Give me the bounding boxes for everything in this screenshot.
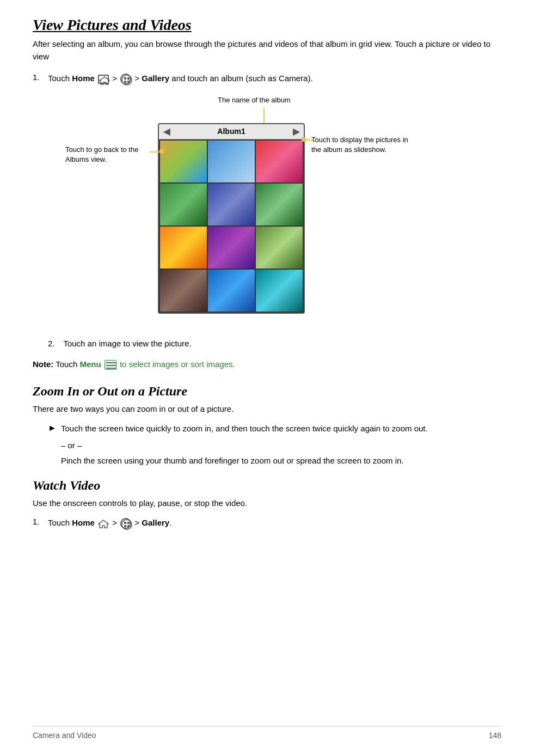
watch-step-number-1: 1. [33,517,48,526]
footer-left: Camera and Video [33,731,96,740]
pinch-text: Pinch the screen using your thumb and fo… [61,455,501,467]
photo-cell-3 [160,184,207,225]
or-text: – or – [61,440,501,452]
go-back-dot [159,149,164,154]
home-label-1: Home [72,74,95,83]
svg-rect-14 [127,525,130,527]
album-header: ◀ Album1 ▶ [159,124,304,139]
intro-text: After selecting an album, you can browse… [33,38,501,63]
home-icon-1 [98,75,109,84]
grid-icon-2 [120,518,131,529]
watch-step-1-content: Touch Home > [48,517,501,529]
watch-step1-end: . [169,518,171,527]
step-number-1: 1. [33,72,48,82]
svg-rect-12 [127,522,130,524]
album-title: Album1 [217,127,245,136]
bullet-arrow-1: ► [48,423,61,433]
zoom-intro: There are two ways you can zoom in or ou… [33,403,501,416]
photo-cell-1 [208,141,255,182]
watch-section: Watch Video Use the onscreen controls to… [33,478,501,529]
svg-marker-9 [99,520,108,528]
footer-right: 148 [489,731,501,740]
photo-cell-6 [160,227,207,269]
home-icon-2 [98,519,109,528]
svg-rect-13 [124,525,126,527]
page-title: View Pictures and Videos [33,16,501,34]
svg-rect-11 [124,522,126,524]
zoom-bullet-list: ► Touch the screen twice quickly to zoom… [33,423,501,435]
note-prefix: Touch [56,359,79,369]
note-menu-label: Menu [79,359,101,369]
step2-number: 2. [48,339,55,348]
watch-intro: Use the onscreen controls to play, pause… [33,497,501,510]
svg-rect-3 [127,77,130,80]
step1-gt1: > [112,74,119,83]
go-back-line [150,151,161,153]
note-area: Note: Touch Menu to select images or sor… [33,358,501,371]
label-album-name: The name of the album [218,96,291,104]
photo-cell-7 [208,227,255,269]
watch-home-label: Home [72,518,95,527]
photo-cell-11 [256,270,303,312]
svg-rect-4 [124,81,126,83]
album-play-icon: ▶ [293,126,299,137]
grid-icon-1 [120,74,131,84]
note-label: Note: [33,359,53,369]
photo-cell-4 [208,184,255,225]
svg-point-1 [122,75,132,85]
watch-section-title: Watch Video [33,478,501,493]
photo-cell-10 [208,270,255,312]
svg-rect-7 [106,365,116,366]
album-photo-grid [159,139,304,313]
step1-prefix: Touch [48,74,72,83]
display-line [305,139,313,141]
svg-marker-0 [100,77,109,84]
album-screenshot: ◀ Album1 ▶ [158,123,305,314]
watch-step-1: 1. Touch Home > [33,517,501,529]
photo-cell-8 [256,227,303,269]
photo-cell-9 [160,270,207,312]
photo-cell-0 [160,141,207,182]
callout-display: Touch to display the pictures in the alb… [311,135,409,155]
photo-cell-5 [256,184,303,225]
diagram-area: The name of the album ◀ Album1 ▶ Touch t… [60,96,501,325]
note-suffix: to select images or sort images. [120,359,235,369]
menu-icon [105,360,116,370]
gallery-label-1: Gallery [142,74,169,83]
svg-rect-6 [106,362,116,363]
album-back-arrow: ◀ [163,126,170,137]
step2-text: Touch an image to view the picture. [63,339,191,348]
svg-rect-8 [106,368,116,369]
step1-gt2: > [134,74,142,83]
photo-cell-2 [256,141,303,182]
svg-rect-2 [124,77,126,80]
watch-gallery-label: Gallery [142,518,169,527]
display-dot [302,137,306,142]
step-1-content: Touch Home > > Gallery and touch an albu… [48,72,501,85]
step1-end: and touch an album (such as Camera). [169,74,312,83]
svg-rect-5 [127,81,130,83]
step-2-area: 2. Touch an image to view the picture. [48,338,501,350]
svg-point-10 [122,520,132,529]
callout-go-back: Touch to go back to the Albums view. [65,145,150,164]
zoom-bullet-1: ► Touch the screen twice quickly to zoom… [48,423,501,435]
watch-step1-gt1: > [112,518,119,527]
page-footer: Camera and Video 148 [33,726,501,740]
watch-step1-gt2: > [134,518,142,527]
step-list-1: 1. Touch Home > > Gallery and [33,72,501,85]
step-1: 1. Touch Home > > Gallery and [33,72,501,85]
watch-step-list: 1. Touch Home > [33,517,501,529]
zoom-bullet-1-text: Touch the screen twice quickly to zoom i… [61,423,501,435]
zoom-section-title: Zoom In or Out on a Picture [33,384,501,399]
watch-step1-prefix: Touch [48,518,72,527]
